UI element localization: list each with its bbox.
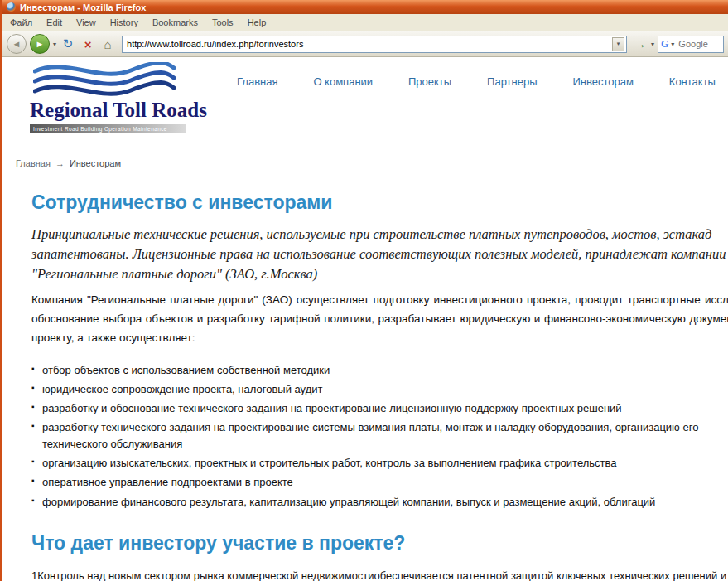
- home-button[interactable]: ⌂: [99, 37, 116, 51]
- section-title: Что дает инвестору участие в проекте?: [31, 532, 728, 554]
- list-item: оперативное управление подпроектами в пр…: [31, 474, 728, 491]
- nav-item-contacts[interactable]: Контакты: [669, 75, 716, 88]
- forward-icon: ►: [36, 39, 45, 49]
- site-header: Regional Toll Roads Investment Road Buil…: [2, 57, 728, 147]
- logo-title: Regional Toll Roads: [30, 99, 207, 122]
- refresh-icon: ↻: [63, 36, 74, 51]
- lead-paragraph: Принципиальные технические решения, испо…: [31, 225, 728, 284]
- site-logo[interactable]: Regional Toll Roads Investment Road Buil…: [30, 62, 207, 133]
- titlebar[interactable]: Инвесторам - Mozilla Firefox: [2, 0, 728, 14]
- nav-item-projects[interactable]: Проекты: [408, 75, 451, 88]
- site-nav: Главная О компании Проекты Партнеры Инве…: [237, 75, 716, 88]
- logo-waves-icon: [33, 62, 176, 97]
- browser-window: Инвесторам - Mozilla Firefox Файл Edit V…: [0, 0, 728, 581]
- search-input[interactable]: [677, 38, 721, 50]
- menu-file[interactable]: Файл: [10, 17, 32, 27]
- benefit-paragraph-1: 1Контроль над новым сектором рынка комме…: [31, 567, 728, 581]
- nav-item-home[interactable]: Главная: [237, 75, 277, 88]
- list-item: юридическое сопровождение проекта, налог…: [31, 381, 728, 398]
- menu-edit[interactable]: Edit: [46, 17, 62, 27]
- menu-bookmarks[interactable]: Bookmarks: [152, 17, 198, 27]
- go-button[interactable]: →: [633, 37, 648, 51]
- address-bar: ▾: [122, 36, 627, 53]
- back-icon: ◄: [12, 39, 22, 49]
- stop-button[interactable]: ×: [80, 37, 96, 51]
- url-input[interactable]: [127, 39, 612, 49]
- google-logo-icon: G: [661, 38, 668, 51]
- back-button[interactable]: ◄: [7, 34, 27, 54]
- breadcrumb-current: Инвесторам: [70, 158, 121, 168]
- main-content: Сотрудничество с инвесторами Принципиаль…: [31, 191, 728, 581]
- nav-item-investors[interactable]: Инвесторам: [572, 75, 633, 88]
- go-dropdown[interactable]: ▾: [651, 41, 654, 48]
- firefox-icon: [7, 2, 16, 12]
- refresh-button[interactable]: ↻: [60, 36, 76, 51]
- nav-item-partners[interactable]: Партнеры: [487, 75, 537, 88]
- page-title: Сотрудничество с инвесторами: [31, 191, 728, 214]
- stop-icon: ×: [84, 37, 92, 51]
- breadcrumb-arrow-icon: →: [55, 158, 65, 168]
- list-item: разработку и обоснование технического за…: [31, 400, 728, 417]
- window-title: Инвесторам - Mozilla Firefox: [20, 2, 146, 12]
- menu-help[interactable]: Help: [248, 17, 267, 27]
- menu-view[interactable]: View: [76, 17, 96, 27]
- navigation-toolbar: ◄ ► ▾ ↻ × ⌂ ▾ → ▾ G ▾: [2, 31, 728, 57]
- breadcrumb-home-link[interactable]: Главная: [16, 158, 51, 168]
- forward-button[interactable]: ►: [30, 34, 50, 54]
- home-icon: ⌂: [104, 37, 111, 51]
- list-item: разработку технического задания на проек…: [31, 419, 728, 453]
- menu-history[interactable]: History: [110, 17, 138, 27]
- nav-item-about[interactable]: О компании: [313, 75, 373, 88]
- list-item: отбор объектов с использованием собствен…: [31, 362, 728, 379]
- menu-tools[interactable]: Tools: [212, 17, 234, 27]
- logo-subtitle: Investment Road Building Operation Maint…: [30, 124, 186, 133]
- intro-paragraph: Компания "Региональные платные дороги" (…: [31, 291, 728, 348]
- url-history-dropdown[interactable]: ▾: [612, 37, 624, 51]
- list-item: формирование финансового результата, кап…: [31, 494, 728, 511]
- forward-history-dropdown[interactable]: ▾: [53, 41, 56, 48]
- search-bar: G ▾: [658, 36, 724, 53]
- search-engine-dropdown[interactable]: ▾: [671, 41, 674, 48]
- page-content: Regional Toll Roads Investment Road Buil…: [2, 57, 728, 581]
- menubar: Файл Edit View History Bookmarks Tools H…: [2, 14, 728, 31]
- breadcrumb: Главная → Инвесторам: [16, 158, 728, 168]
- list-item: организацию изыскательских, проектных и …: [31, 455, 728, 472]
- services-list: отбор объектов с использованием собствен…: [31, 362, 728, 511]
